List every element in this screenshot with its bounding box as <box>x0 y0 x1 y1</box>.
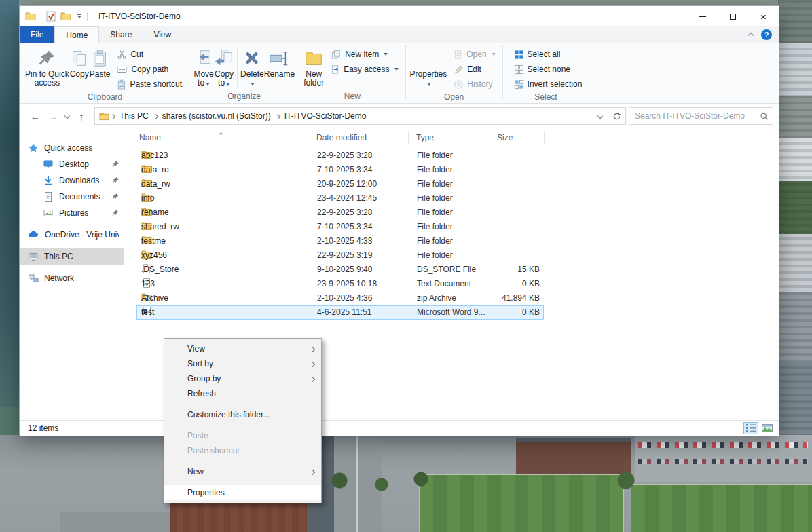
address-dropdown-button[interactable] <box>593 108 608 124</box>
sidebar-item-network[interactable]: Network <box>20 270 124 286</box>
tab-home[interactable]: Home <box>54 26 99 43</box>
history-button[interactable]: History <box>451 77 498 92</box>
file-row-testme[interactable]: testme2-10-2025 4:33File folder <box>136 234 544 248</box>
paste-shortcut-button[interactable]: Paste shortcut <box>114 77 185 92</box>
details-view-button[interactable] <box>743 422 758 434</box>
column-header-size[interactable]: Size <box>497 133 513 142</box>
sidebar-item-quick-access[interactable]: Quick access <box>20 140 124 156</box>
file-row-info[interactable]: info23-4-2024 12:45File folder <box>136 191 544 206</box>
column-divider[interactable] <box>408 132 409 145</box>
recent-locations-button[interactable] <box>62 108 73 124</box>
help-icon[interactable]: ? <box>761 29 772 40</box>
context-menu-item-view[interactable]: View <box>164 341 321 356</box>
context-menu-item-refresh[interactable]: Refresh <box>164 386 321 401</box>
column-header-type[interactable]: Type <box>416 133 434 142</box>
edit-icon <box>454 64 464 75</box>
ribbon-group-clipboard: Pin to QuickaccessCopyPasteCutCopy pathP… <box>21 43 189 103</box>
copy-path-button[interactable]: Copy path <box>114 62 185 77</box>
breadcrumb-shares[interactable]: shares (scistor.vu.nl (SciStor)) <box>159 108 274 124</box>
minimize-button[interactable] <box>687 6 718 26</box>
file-row-test[interactable]: test4-6-2025 11:51Microsoft Word 9...0 K… <box>136 305 544 320</box>
address-path-box[interactable]: This PC shares (scistor.vu.nl (SciStor))… <box>94 107 626 125</box>
invert-selection-icon <box>514 79 524 90</box>
copy-button[interactable]: Copy <box>69 45 90 79</box>
file-row-rename[interactable]: rename22-9-2025 3:28File folder <box>136 206 544 220</box>
file-row-archive[interactable]: Archive2-10-2025 4:36zip Archive41.894 K… <box>136 291 544 305</box>
column-divider[interactable] <box>492 132 492 145</box>
select-all-button[interactable]: Select all <box>511 47 585 62</box>
edit-button[interactable]: Edit <box>451 62 498 77</box>
quick-access-toolbar <box>46 11 81 22</box>
sidebar-item-desktop[interactable]: Desktop <box>20 156 124 172</box>
sidebar-item-downloads[interactable]: Downloads <box>20 172 124 189</box>
file-row-xyz456[interactable]: xyz45622-9-2025 3:19File folder <box>136 248 544 263</box>
column-divider[interactable] <box>310 132 310 145</box>
new-folder-button[interactable]: Newfolder <box>303 45 324 88</box>
file-row-shared-rw[interactable]: shared_rw7-10-2025 3:34File folder <box>136 220 544 234</box>
paste-button[interactable]: Paste <box>90 45 111 79</box>
items-count: 12 items <box>28 423 58 433</box>
context-menu-item-group-by[interactable]: Group by <box>164 371 321 386</box>
easy-access-button[interactable]: Easy access <box>328 62 401 77</box>
sidebar-item-pictures[interactable]: Pictures <box>20 205 124 221</box>
breadcrumb-chevron-icon <box>111 111 115 121</box>
move-to-button[interactable]: Moveto <box>193 45 214 88</box>
qat-new-folder-icon[interactable] <box>60 11 71 22</box>
qat-customize-caret-icon[interactable] <box>76 14 81 18</box>
refresh-button[interactable] <box>608 107 625 125</box>
file-row-123[interactable]: 12323-9-2025 10:18Text Document0 KB <box>136 277 544 291</box>
search-box[interactable] <box>629 107 773 125</box>
main-area: Quick accessDesktopDownloadsDocumentsPic… <box>20 128 779 420</box>
forward-button[interactable]: → <box>44 108 62 124</box>
tab-view[interactable]: View <box>143 26 182 43</box>
context-menu-item-customize-this-folder[interactable]: Customize this folder... <box>164 407 321 422</box>
pin-to-quick-access-button[interactable]: Pin to Quickaccess <box>25 45 69 88</box>
file-row-data-ro[interactable]: data_ro7-10-2025 3:34File folder <box>136 163 544 177</box>
column-divider[interactable] <box>544 132 545 145</box>
file-row-data-rw[interactable]: data_rw20-9-2025 12:00File folder <box>136 177 544 191</box>
sidebar-item-documents[interactable]: Documents <box>20 189 124 205</box>
breadcrumb-this-pc[interactable]: This PC <box>116 108 152 124</box>
status-bar: 12 items <box>20 420 779 436</box>
sidebar-item-onedrive-vrije-univ[interactable]: OneDrive - Vrije Univ <box>20 227 124 243</box>
file-row-ds-store[interactable]: .DS_Store9-10-2025 9:40DS_STORE File15 K… <box>136 263 544 277</box>
close-button[interactable]: × <box>748 6 779 26</box>
thumbnail-view-button[interactable] <box>760 422 775 434</box>
context-menu-item-new[interactable]: New <box>164 464 321 479</box>
network-icon <box>28 273 39 284</box>
sidebar-item-this-pc[interactable]: This PC <box>20 248 124 265</box>
open-button[interactable]: Open <box>451 47 498 62</box>
paste-icon <box>90 47 110 70</box>
back-button[interactable]: ← <box>26 108 44 124</box>
context-menu-item-paste-shortcut[interactable]: Paste shortcut <box>164 443 321 458</box>
delete-icon <box>242 47 262 70</box>
search-icon <box>760 112 769 121</box>
rename-button[interactable]: Rename <box>264 45 295 79</box>
select-none-icon <box>514 64 524 75</box>
context-menu-item-sort-by[interactable]: Sort by <box>164 356 321 371</box>
qat-properties-icon[interactable] <box>46 11 56 22</box>
maximize-button[interactable] <box>718 6 748 26</box>
select-none-button[interactable]: Select none <box>511 62 585 77</box>
address-bar: ← → ↑ This PC shares (scistor.vu.nl (Sci… <box>20 104 779 128</box>
cut-button[interactable]: Cut <box>114 47 185 62</box>
column-header-name[interactable]: Name <box>139 133 161 142</box>
properties-button[interactable]: Properties <box>410 45 447 88</box>
search-input[interactable] <box>635 111 760 121</box>
new-item-button[interactable]: New item <box>328 47 401 62</box>
tab-file[interactable]: File <box>20 26 54 43</box>
up-button[interactable]: ↑ <box>73 108 90 124</box>
tab-share[interactable]: Share <box>99 26 143 43</box>
context-menu-item-paste[interactable]: Paste <box>164 428 321 443</box>
copy-to-button[interactable]: Copyto <box>214 45 234 88</box>
ribbon-group-new: NewfolderNew itemEasy accessNew <box>299 43 405 103</box>
file-row-abc123[interactable]: abc12322-9-2025 3:28File folder <box>136 149 544 163</box>
invert-selection-button[interactable]: Invert selection <box>511 77 585 92</box>
delete-button[interactable]: Delete <box>240 45 264 88</box>
context-menu-item-properties[interactable]: Properties <box>164 485 321 500</box>
column-header-date-modified[interactable]: Date modified <box>316 133 367 142</box>
submenu-arrow-icon <box>310 344 314 354</box>
collapse-ribbon-button[interactable] <box>749 30 753 39</box>
breadcrumb-current-folder[interactable]: IT-ITVO-SciStor-Demo <box>281 108 370 124</box>
sidebar: Quick accessDesktopDownloadsDocumentsPic… <box>20 128 124 420</box>
